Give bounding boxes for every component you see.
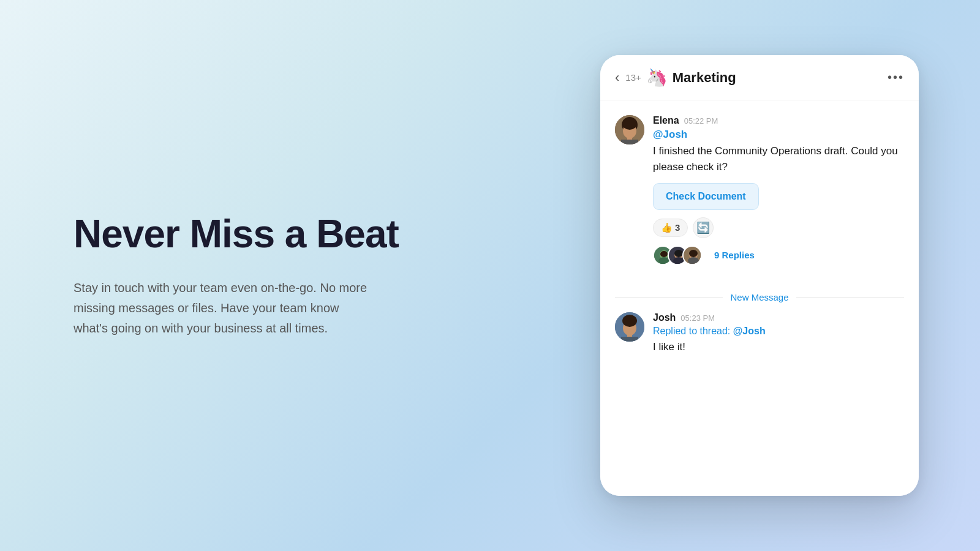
- add-emoji-icon: 🔄: [696, 221, 710, 234]
- add-reaction-button[interactable]: 🔄: [693, 217, 714, 238]
- right-panel: ‹ 13+ 🦄 Marketing •••: [588, 55, 931, 496]
- thumbs-up-reaction[interactable]: 👍 3: [653, 219, 688, 237]
- replied-prefix: Replied to thread:: [653, 326, 733, 336]
- sender-name-elena: Elena: [653, 115, 679, 126]
- replied-handle: @Josh: [733, 326, 766, 336]
- replied-to-label: Replied to thread: @Josh: [653, 326, 904, 337]
- sender-name-josh: Josh: [653, 312, 676, 323]
- avatar-elena-image: [615, 115, 644, 144]
- message-body-elena: Elena 05:22 PM @Josh I finished the Comm…: [653, 115, 904, 270]
- avatar-elena: [615, 115, 644, 144]
- svg-rect-5: [621, 140, 638, 144]
- thumbs-up-emoji-icon: 👍: [661, 222, 673, 233]
- svg-point-8: [660, 251, 668, 257]
- reply-avatars: [653, 246, 702, 265]
- message-text-elena: I finished the Community Operations draf…: [653, 143, 904, 176]
- replies-count[interactable]: 9 Replies: [714, 250, 755, 260]
- svg-point-20: [622, 315, 637, 327]
- svg-point-17: [688, 257, 699, 264]
- message-body-josh: Josh 05:23 PM Replied to thread: @Josh I…: [653, 312, 904, 355]
- message-meta-elena: Elena 05:22 PM: [653, 115, 904, 126]
- message-elena: Elena 05:22 PM @Josh I finished the Comm…: [615, 115, 904, 270]
- mention-josh: @Josh: [653, 129, 904, 141]
- channel-name: Marketing: [673, 70, 888, 86]
- back-button[interactable]: ‹: [615, 70, 619, 86]
- divider-line-right: [796, 297, 904, 298]
- timestamp-elena: 05:22 PM: [684, 116, 718, 126]
- svg-point-12: [674, 250, 683, 257]
- reactions-row: 👍 3 🔄: [653, 217, 904, 238]
- chat-header: ‹ 13+ 🦄 Marketing •••: [600, 55, 919, 100]
- reaction-count: 3: [675, 222, 680, 233]
- message-meta-josh: Josh 05:23 PM: [653, 312, 904, 323]
- hero-title: Never Miss a Beat: [74, 212, 539, 255]
- left-panel: Never Miss a Beat Stay in touch with you…: [0, 163, 588, 387]
- svg-point-16: [689, 250, 698, 257]
- svg-rect-22: [621, 337, 638, 342]
- check-document-button[interactable]: Check Document: [653, 183, 759, 210]
- divider-line-left: [615, 297, 723, 298]
- message-josh: Josh 05:23 PM Replied to thread: @Josh I…: [615, 312, 904, 370]
- more-options-button[interactable]: •••: [888, 70, 904, 84]
- timestamp-josh: 05:23 PM: [680, 313, 715, 323]
- reply-avatar-3: [682, 246, 702, 265]
- avatar-josh-image: [615, 312, 644, 342]
- new-message-divider: New Message: [615, 282, 904, 312]
- josh-message-text: I like it!: [653, 339, 904, 355]
- phone-mockup: ‹ 13+ 🦄 Marketing •••: [600, 55, 919, 496]
- hero-description: Stay in touch with your team even on-the…: [74, 278, 368, 339]
- avatar-josh: [615, 312, 644, 342]
- replies-row: 9 Replies: [653, 246, 904, 265]
- chat-content: Elena 05:22 PM @Josh I finished the Comm…: [600, 100, 919, 496]
- member-count: 13+: [625, 72, 641, 83]
- channel-emoji-icon: 🦄: [646, 67, 668, 88]
- svg-point-3: [622, 118, 637, 130]
- new-message-label: New Message: [730, 292, 788, 302]
